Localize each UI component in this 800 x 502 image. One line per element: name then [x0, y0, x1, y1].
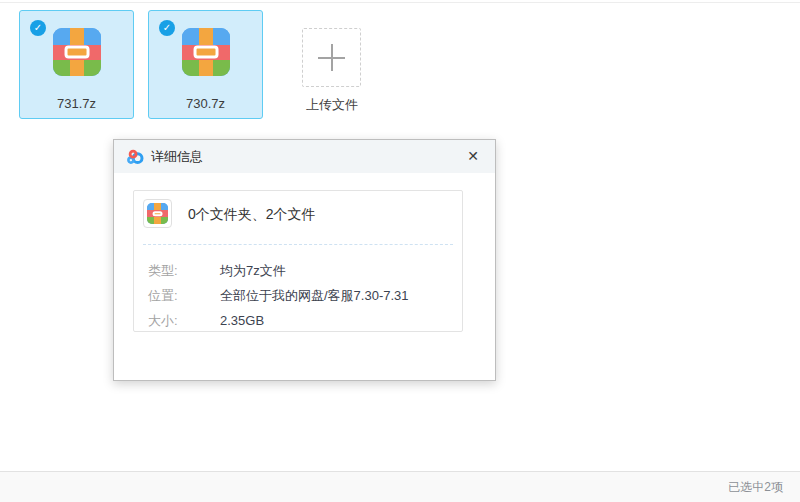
detail-value: 2.35GB	[220, 313, 264, 328]
status-bar: 已选中2项	[0, 471, 800, 502]
dashed-divider	[143, 244, 453, 245]
top-divider	[0, 2, 800, 3]
selected-check-icon[interactable]: ✓	[159, 20, 175, 36]
selection-count: 已选中2项	[728, 480, 783, 494]
summary-file-thumb	[143, 199, 172, 228]
detail-panel: 0个文件夹、2个文件 类型: 均为7z文件 位置: 全部位于我的网盘/客服7.3…	[133, 190, 463, 332]
detail-row-location: 位置: 全部位于我的网盘/客服7.30-7.31	[148, 283, 452, 308]
detail-label: 大小:	[148, 312, 220, 330]
detail-rows: 类型: 均为7z文件 位置: 全部位于我的网盘/客服7.30-7.31 大小: …	[148, 258, 452, 333]
file-tile-730[interactable]: ✓ 730.7z	[148, 10, 263, 119]
detail-label: 类型:	[148, 262, 220, 280]
close-icon[interactable]: ✕	[461, 140, 485, 173]
details-dialog: 详细信息 ✕ 0个文件夹、2个文件 类型: 均为7z文件 位置:	[113, 139, 496, 381]
file-name: 731.7z	[20, 96, 133, 111]
detail-value: 全部位于我的网盘/客服7.30-7.31	[220, 287, 409, 305]
detail-value: 均为7z文件	[220, 262, 286, 280]
archive-7z-icon	[182, 28, 230, 76]
file-tile-731[interactable]: ✓ 731.7z	[19, 10, 134, 119]
archive-7z-icon	[53, 28, 101, 76]
selection-summary: 0个文件夹、2个文件	[188, 206, 316, 224]
netdisk-logo-icon	[126, 148, 144, 166]
upload-file-button[interactable]	[302, 28, 361, 87]
dialog-title: 详细信息	[151, 140, 203, 173]
dialog-header[interactable]: 详细信息 ✕	[114, 140, 495, 173]
selected-check-icon[interactable]: ✓	[30, 20, 46, 36]
archive-7z-icon	[147, 203, 168, 224]
detail-row-type: 类型: 均为7z文件	[148, 258, 452, 283]
upload-file-label: 上传文件	[272, 96, 392, 114]
detail-row-size: 大小: 2.35GB	[148, 308, 452, 333]
detail-label: 位置:	[148, 287, 220, 305]
file-name: 730.7z	[149, 96, 262, 111]
